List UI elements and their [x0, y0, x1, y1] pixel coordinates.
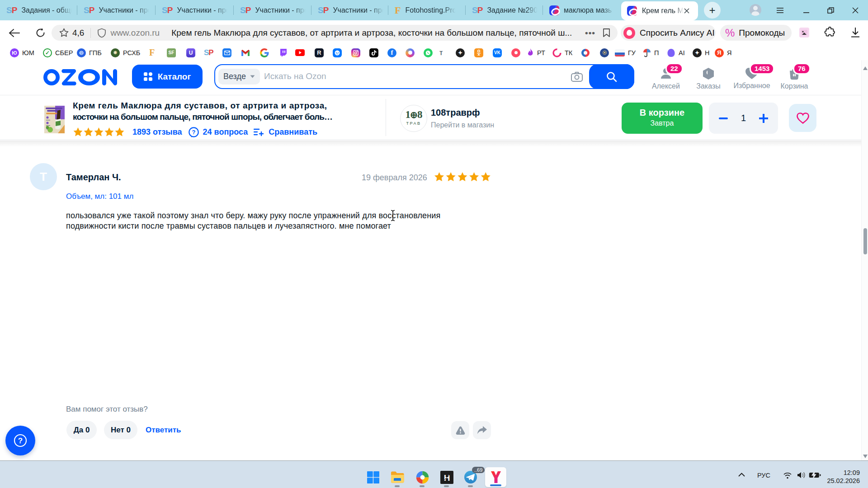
svg-text:?: ?	[192, 129, 195, 136]
svg-text:?: ?	[18, 436, 23, 445]
